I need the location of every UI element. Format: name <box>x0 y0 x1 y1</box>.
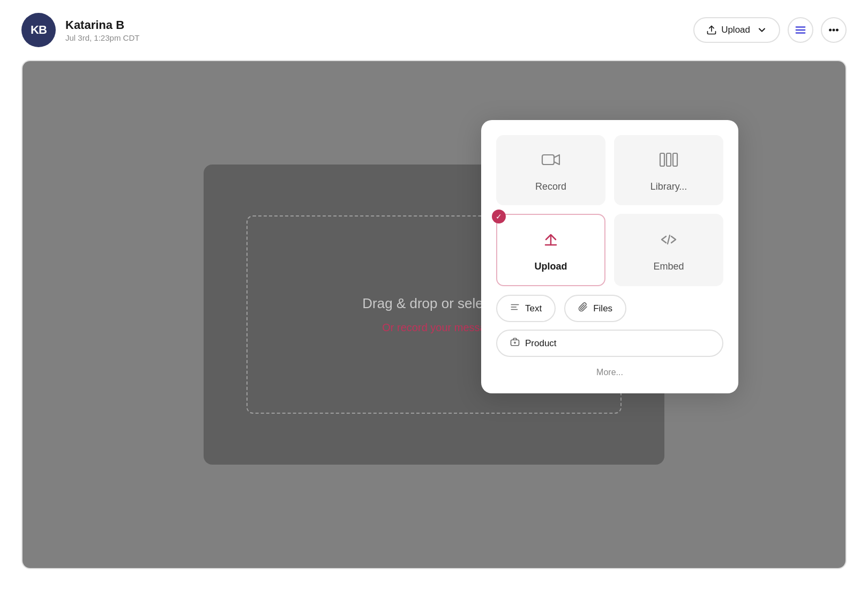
list-icon-button[interactable] <box>788 17 813 43</box>
dropdown-product-row: Product <box>496 330 723 357</box>
dropdown-pill-row: Text Files <box>496 295 723 322</box>
svg-rect-10 <box>673 153 677 166</box>
svg-point-4 <box>829 29 831 31</box>
text-pill-icon <box>510 302 520 315</box>
svg-rect-8 <box>660 153 664 166</box>
files-pill[interactable]: Files <box>564 295 626 322</box>
upload-icon <box>706 25 717 35</box>
page-wrapper: KB Katarina B Jul 3rd, 1:23pm CDT Upload <box>0 0 868 612</box>
upload-card[interactable]: ✓ Upload <box>496 214 605 286</box>
dropdown-popup: Record Library... <box>481 120 738 393</box>
svg-rect-9 <box>667 153 671 166</box>
dropdown-second-row: ✓ Upload <box>496 214 723 286</box>
chevron-down-icon <box>757 25 767 35</box>
svg-rect-7 <box>542 155 554 165</box>
upload-button[interactable]: Upload <box>693 17 780 43</box>
embed-icon <box>659 230 678 253</box>
embed-card[interactable]: Embed <box>614 214 723 286</box>
avatar: KB <box>21 13 56 47</box>
record-label: Record <box>535 181 566 192</box>
user-date: Jul 3rd, 1:23pm CDT <box>65 33 139 42</box>
dropdown-top-row: Record Library... <box>496 135 723 205</box>
text-pill-label: Text <box>525 303 542 314</box>
svg-line-12 <box>668 235 670 244</box>
upload-red-icon <box>541 230 560 253</box>
product-pill-label: Product <box>525 338 557 349</box>
svg-point-5 <box>833 29 835 31</box>
more-icon <box>828 24 840 36</box>
or-record-text: Or record your messa <box>382 322 485 334</box>
library-icon <box>659 150 678 174</box>
embed-label: Embed <box>653 261 684 272</box>
more-option[interactable]: More... <box>496 364 723 380</box>
product-pill[interactable]: Product <box>496 330 723 357</box>
files-pill-label: Files <box>593 303 612 314</box>
record-icon <box>541 150 560 174</box>
header-left: KB Katarina B Jul 3rd, 1:23pm CDT <box>21 13 139 47</box>
record-card[interactable]: Record <box>496 135 605 205</box>
library-card[interactable]: Library... <box>614 135 723 205</box>
user-name: Katarina B <box>65 18 139 32</box>
list-icon <box>795 24 806 36</box>
text-pill[interactable]: Text <box>496 295 556 322</box>
main-content: Drag & drop or select a Or record your m… <box>21 60 847 569</box>
more-button[interactable] <box>821 17 847 43</box>
upload-button-label: Upload <box>721 25 750 35</box>
product-pill-icon <box>510 337 520 349</box>
files-pill-icon <box>578 302 588 315</box>
upload-label: Upload <box>535 261 567 272</box>
library-label: Library... <box>650 181 687 192</box>
selected-check: ✓ <box>492 210 506 223</box>
header: KB Katarina B Jul 3rd, 1:23pm CDT Upload <box>0 0 868 60</box>
user-info: Katarina B Jul 3rd, 1:23pm CDT <box>65 18 139 42</box>
header-right: Upload <box>693 17 847 43</box>
svg-point-6 <box>836 29 838 31</box>
